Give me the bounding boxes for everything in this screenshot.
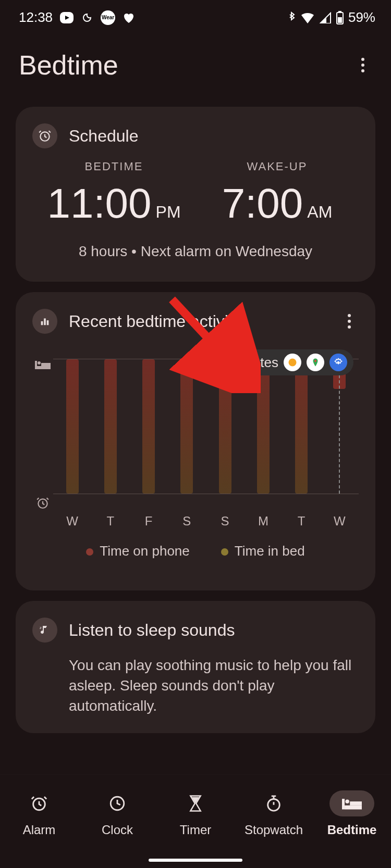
signal-icon <box>319 12 332 23</box>
bar-t1 <box>104 359 117 494</box>
svg-point-21 <box>345 799 349 803</box>
bar-s2 <box>219 359 231 494</box>
app-icon-1 <box>284 354 301 371</box>
tick: S <box>180 514 193 529</box>
svg-point-12 <box>38 361 41 364</box>
schedule-card[interactable]: Schedule BEDTIME 11:00PM WAKE-UP 7:00AM … <box>16 107 375 282</box>
schedule-title: Schedule <box>69 127 138 146</box>
current-time-line <box>339 359 340 494</box>
more-options-button[interactable] <box>353 56 372 74</box>
tick: T <box>104 514 117 529</box>
nav-clock-label: Clock <box>102 823 133 837</box>
status-left: 12:38 Wear <box>19 9 135 26</box>
chart-legend: Time on phone Time in bed <box>32 543 359 559</box>
battery-percent: 59% <box>348 9 375 26</box>
nav-alarm[interactable]: Alarm <box>0 775 78 868</box>
svg-rect-11 <box>35 361 37 369</box>
status-bar: 12:38 Wear 59% <box>0 0 391 31</box>
bar-chart-icon <box>32 309 57 334</box>
svg-point-8 <box>289 359 297 367</box>
dnd-moon-icon <box>81 11 93 24</box>
tick: W <box>66 514 79 529</box>
status-time: 12:38 <box>19 9 53 26</box>
tooltip-text: 2 minutes <box>219 355 278 371</box>
alarm-icon <box>32 123 57 148</box>
music-note-icon: z <box>32 618 57 643</box>
bed-axis-icon <box>32 359 53 494</box>
wakeup-label: WAKE-UP <box>196 160 359 173</box>
legend-phone-label: Time on phone <box>100 543 189 559</box>
heart-icon <box>123 12 135 23</box>
legend-bed-label: Time in bed <box>235 543 305 559</box>
activity-title: Recent bedtime activity <box>69 312 241 331</box>
sounds-title: Listen to sleep sounds <box>69 621 235 640</box>
status-right: 59% <box>288 9 375 26</box>
nav-timer-label: Timer <box>180 823 211 837</box>
gesture-bar[interactable] <box>149 859 242 862</box>
tick: F <box>142 514 155 529</box>
nav-alarm-label: Alarm <box>23 823 56 837</box>
bottom-nav: Alarm Clock Timer Stopwatch Bedtime <box>0 774 391 868</box>
sounds-description: You can play soothing music to help you … <box>69 655 359 716</box>
svg-rect-20 <box>342 799 345 809</box>
nav-stopwatch-label: Stopwatch <box>245 823 303 837</box>
youtube-icon <box>60 12 74 23</box>
sleep-sounds-card[interactable]: z Listen to sleep sounds You can play so… <box>16 601 375 733</box>
tick: W <box>333 514 346 529</box>
page-header: Bedtime <box>0 31 391 96</box>
maps-icon <box>307 354 324 371</box>
svg-text:z: z <box>40 625 42 630</box>
page-title: Bedtime <box>19 49 118 81</box>
tick: S <box>219 514 231 529</box>
svg-rect-2 <box>338 11 341 12</box>
svg-rect-7 <box>47 320 49 325</box>
nav-bedtime[interactable]: Bedtime <box>313 775 391 868</box>
svg-rect-5 <box>41 321 43 325</box>
chart-x-axis: W T F S S M T W <box>32 514 359 529</box>
alarm-axis-icon <box>32 494 53 510</box>
chart-plot <box>53 359 359 494</box>
bedtime-label: BEDTIME <box>32 160 196 173</box>
wear-app-icon: Wear <box>101 10 115 25</box>
activity-more-button[interactable] <box>340 312 359 331</box>
nav-timer[interactable]: Timer <box>156 775 235 868</box>
schedule-note: 8 hours • Next alarm on Wednesday <box>32 243 359 265</box>
bar-m <box>257 359 270 494</box>
battery-icon <box>336 11 344 24</box>
activity-tooltip[interactable]: 2 minutes <box>208 349 353 375</box>
tick: T <box>295 514 308 529</box>
bar-t2 <box>295 359 308 494</box>
bedtime-ampm: PM <box>156 203 181 222</box>
bar-f <box>142 359 155 494</box>
legend-bed-dot <box>221 548 228 556</box>
svg-marker-0 <box>65 16 69 20</box>
legend-phone-dot <box>86 548 93 556</box>
settings-chip-icon <box>329 354 347 371</box>
svg-rect-3 <box>338 17 342 23</box>
wifi-icon <box>300 12 315 23</box>
svg-rect-6 <box>44 319 46 325</box>
bedtime-column[interactable]: BEDTIME 11:00PM <box>32 160 196 228</box>
nav-stopwatch[interactable]: Stopwatch <box>235 775 313 868</box>
wakeup-column[interactable]: WAKE-UP 7:00AM <box>196 160 359 228</box>
activity-card: Recent bedtime activity 2 minutes <box>16 292 375 590</box>
bar-w1 <box>66 359 79 494</box>
svg-point-9 <box>314 360 316 362</box>
bluetooth-icon <box>288 11 296 24</box>
bedtime-time: 11:00 <box>47 180 151 228</box>
nav-clock[interactable]: Clock <box>78 775 156 868</box>
wakeup-time: 7:00 <box>222 180 303 228</box>
activity-chart[interactable]: 2 minutes <box>32 359 359 559</box>
wakeup-ampm: AM <box>307 203 332 222</box>
nav-bedtime-label: Bedtime <box>327 823 377 837</box>
bar-s1 <box>180 359 193 494</box>
tick: M <box>257 514 270 529</box>
